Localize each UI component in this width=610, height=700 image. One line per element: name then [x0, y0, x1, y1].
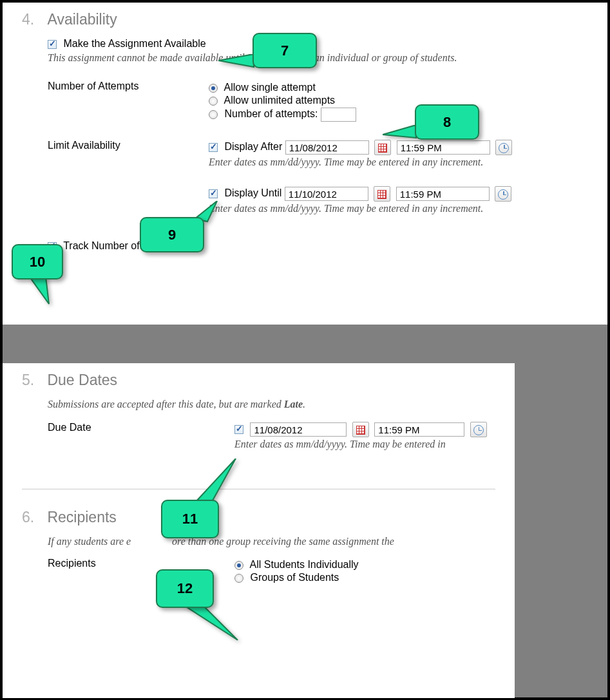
recipients-groups-label: Groups of Students: [250, 572, 339, 583]
callout-10-pointer: [30, 277, 55, 306]
svg-marker-3: [30, 277, 49, 304]
section-number: 5.: [22, 372, 44, 389]
display-until-time-input[interactable]: [396, 187, 490, 201]
availability-note: This assignment cannot be made available…: [48, 52, 588, 64]
callout-8-pointer: [383, 125, 418, 141]
display-until-label: Display Until: [224, 187, 281, 198]
recipients-label: Recipients: [48, 558, 234, 569]
due-time-clock-button[interactable]: [470, 422, 487, 437]
due-date-input[interactable]: [250, 422, 347, 437]
callout-7: 7: [253, 33, 317, 68]
calendar-icon: [378, 144, 387, 153]
display-after-clock-button[interactable]: [495, 140, 512, 155]
display-after-date-input[interactable]: [285, 140, 369, 155]
recipients-note: If any students are exxxxxxxxxore than o…: [48, 536, 495, 547]
make-available-checkbox[interactable]: [48, 40, 57, 49]
display-after-time-input[interactable]: [397, 140, 490, 155]
attempt-unlimited-label: Allow unlimited attempts: [224, 95, 336, 106]
section-number: 6.: [22, 509, 44, 526]
due-date-calendar-button[interactable]: [352, 422, 369, 437]
display-until-checkbox[interactable]: [209, 189, 218, 198]
svg-marker-4: [196, 459, 236, 502]
callout-9: 9: [140, 217, 204, 252]
display-until-hint: Enter dates as mm/dd/yyyy. Time may be e…: [209, 203, 588, 214]
display-until-date-input[interactable]: [285, 187, 368, 201]
display-until-calendar-button[interactable]: [374, 186, 390, 202]
callout-11: 11: [161, 500, 219, 538]
callout-11-pointer: [196, 459, 241, 504]
display-after-checkbox[interactable]: [209, 143, 218, 152]
recipients-all-radio[interactable]: [234, 561, 243, 570]
make-available-row: Make the Assignment Available: [48, 38, 588, 50]
display-after-hint: Enter dates as mm/dd/yyyy. Time may be e…: [209, 156, 588, 168]
display-after-label: Display After: [224, 141, 282, 152]
callout-12: 12: [156, 569, 214, 608]
svg-marker-0: [218, 54, 254, 67]
svg-marker-1: [383, 125, 416, 138]
attempt-single-radio[interactable]: [209, 84, 218, 93]
svg-marker-5: [183, 605, 238, 640]
recipients-groups-radio[interactable]: [234, 574, 243, 583]
attempt-number-radio[interactable]: [209, 110, 218, 119]
callout-12-pointer: [183, 605, 241, 643]
section-title: Due Dates: [47, 372, 117, 389]
due-dates-note: Submissions are accepted after this date…: [48, 399, 495, 410]
due-date-checkbox[interactable]: [234, 425, 243, 434]
section-title: Recipients: [47, 509, 116, 526]
display-until-clock-button[interactable]: [495, 186, 511, 202]
callout-8: 8: [415, 104, 479, 140]
calendar-icon: [356, 426, 365, 435]
due-date-label: Due Date: [48, 422, 234, 433]
attempt-number-label: Number of attempts:: [224, 108, 318, 119]
limit-availability-label: Limit Availability: [48, 140, 209, 151]
display-after-calendar-button[interactable]: [374, 140, 391, 155]
attempts-count-input[interactable]: [321, 108, 356, 122]
make-available-label: Make the Assignment Available: [63, 38, 205, 49]
callout-10: 10: [12, 244, 63, 279]
due-date-hint: Enter dates as mm/dd/yyyy. Time may be e…: [234, 439, 495, 450]
attempt-unlimited-radio[interactable]: [209, 97, 218, 106]
recipients-all-label: All Students Individually: [250, 559, 359, 570]
section-6-header: 6. Recipients: [22, 506, 495, 536]
due-time-input[interactable]: [374, 422, 464, 437]
attempt-single-label: Allow single attempt: [224, 82, 316, 93]
section-5-header: 5. Due Dates: [22, 368, 495, 399]
clock-icon: [498, 189, 508, 200]
attempts-label: Number of Attempts: [48, 80, 209, 92]
callout-7-pointer: [218, 54, 257, 70]
clock-icon: [473, 425, 484, 435]
calendar-icon: [377, 190, 386, 199]
track-views-row: Track Number of Views: [48, 240, 588, 252]
section-number: 4.: [22, 11, 44, 28]
clock-icon: [499, 143, 509, 153]
section-title: Availability: [47, 11, 117, 28]
